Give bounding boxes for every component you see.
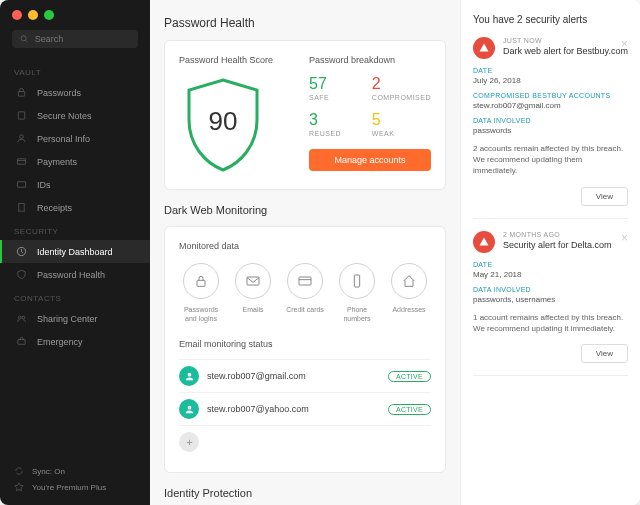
avatar — [179, 366, 199, 386]
search-input[interactable] — [35, 34, 130, 44]
sidebar-item-label: Emergency — [37, 337, 83, 347]
alert-card: × 2 MONTHS AGO Security alert for Delta.… — [473, 231, 628, 376]
alert-time: JUST NOW — [503, 37, 628, 44]
sidebar-item-label: Payments — [37, 157, 77, 167]
reused-count: 3REUSED — [309, 111, 360, 137]
alert-field-label: DATA INVOLVED — [473, 286, 628, 293]
close-icon[interactable]: × — [621, 231, 628, 245]
svg-point-9 — [18, 316, 21, 319]
search-icon — [20, 34, 29, 44]
sidebar: VAULT Passwords Secure Notes Personal In… — [0, 0, 150, 505]
score-value: 90 — [209, 106, 238, 137]
email-status-label: Email monitoring status — [179, 339, 431, 349]
card-icon — [297, 273, 313, 289]
alert-icon — [473, 37, 495, 59]
alert-accounts: stew.rob007@gmail.com — [473, 101, 628, 110]
svg-rect-14 — [299, 277, 311, 285]
breakdown-label: Password breakdown — [309, 55, 431, 65]
sidebar-item-identity-dashboard[interactable]: Identity Dashboard — [0, 240, 150, 263]
sidebar-item-personal-info[interactable]: Personal Info — [0, 127, 150, 150]
shield-icon: 90 — [179, 75, 267, 175]
svg-rect-13 — [247, 277, 259, 285]
svg-point-10 — [22, 316, 25, 319]
monitored-passwords[interactable]: Passwords and logins — [179, 263, 223, 323]
alert-icon — [473, 231, 495, 253]
section-security: SECURITY — [0, 219, 150, 240]
svg-point-0 — [21, 36, 26, 41]
sidebar-item-label: IDs — [37, 180, 51, 190]
monitored-label: Monitored data — [179, 241, 431, 251]
view-button[interactable]: View — [581, 187, 628, 206]
alerts-header: You have 2 security alerts — [473, 14, 628, 25]
sidebar-item-label: Passwords — [37, 88, 81, 98]
alert-data: passwords, usernames — [473, 295, 628, 304]
safe-count: 57SAFE — [309, 75, 360, 101]
sidebar-item-sharing-center[interactable]: Sharing Center — [0, 307, 150, 330]
sidebar-item-ids[interactable]: IDs — [0, 173, 150, 196]
weak-count: 5WEAK — [372, 111, 431, 137]
alert-title: Dark web alert for Bestbuy.com — [503, 46, 628, 58]
window-minimize[interactable] — [28, 10, 38, 20]
svg-point-18 — [187, 406, 191, 410]
status-badge: ACTIVE — [388, 371, 431, 382]
darkweb-title: Dark Web Monitoring — [164, 204, 446, 216]
alert-field-label: DATE — [473, 67, 628, 74]
search-container[interactable] — [12, 30, 138, 48]
svg-rect-2 — [18, 92, 24, 97]
home-icon — [401, 273, 417, 289]
alert-field-label: COMPROMISED BESTBUY ACCOUNTS — [473, 92, 628, 99]
svg-line-1 — [25, 40, 27, 42]
sidebar-item-label: Receipts — [37, 203, 72, 213]
sidebar-item-label: Identity Dashboard — [37, 247, 113, 257]
add-email-row[interactable] — [179, 425, 431, 458]
alert-date: July 26, 2018 — [473, 76, 628, 85]
sidebar-item-passwords[interactable]: Passwords — [0, 81, 150, 104]
svg-rect-5 — [17, 159, 25, 165]
page-title: Password Health — [164, 16, 446, 30]
view-button[interactable]: View — [581, 344, 628, 363]
svg-rect-16 — [354, 275, 359, 287]
sidebar-item-payments[interactable]: Payments — [0, 150, 150, 173]
svg-point-17 — [187, 373, 191, 377]
envelope-icon — [245, 273, 261, 289]
sidebar-item-label: Password Health — [37, 270, 105, 280]
sidebar-item-label: Secure Notes — [37, 111, 92, 121]
sidebar-item-label: Sharing Center — [37, 314, 98, 324]
sync-status[interactable]: Sync: On — [14, 463, 136, 479]
alerts-panel: You have 2 security alerts × JUST NOW Da… — [460, 0, 640, 505]
monitored-credit-cards[interactable]: Credit cards — [283, 263, 327, 323]
section-contacts: CONTACTS — [0, 286, 150, 307]
email-address: stew.rob007@gmail.com — [207, 371, 380, 381]
score-label: Password Health Score — [179, 55, 289, 65]
close-icon[interactable]: × — [621, 37, 628, 51]
window-close[interactable] — [12, 10, 22, 20]
alert-description: 1 account remains affected by this breac… — [473, 312, 628, 334]
monitored-addresses[interactable]: Addresses — [387, 263, 431, 323]
sidebar-item-receipts[interactable]: Receipts — [0, 196, 150, 219]
phone-icon — [349, 273, 365, 289]
plan-status[interactable]: You're Premium Plus — [14, 479, 136, 495]
monitored-phone[interactable]: Phone numbers — [335, 263, 379, 323]
compromised-count: 2COMPROMISED — [372, 75, 431, 101]
monitored-emails[interactable]: Emails — [231, 263, 275, 323]
sidebar-item-label: Personal Info — [37, 134, 90, 144]
svg-rect-12 — [197, 280, 205, 286]
add-icon — [179, 432, 199, 452]
identity-title: Identity Protection — [164, 487, 446, 499]
alert-card: × JUST NOW Dark web alert for Bestbuy.co… — [473, 37, 628, 219]
email-row: stew.rob007@yahoo.com ACTIVE — [179, 392, 431, 425]
sidebar-item-secure-notes[interactable]: Secure Notes — [0, 104, 150, 127]
alert-field-label: DATA INVOLVED — [473, 117, 628, 124]
main-content: Password Health Password Health Score 90… — [150, 0, 460, 505]
alert-field-label: DATE — [473, 261, 628, 268]
window-zoom[interactable] — [44, 10, 54, 20]
sidebar-item-emergency[interactable]: Emergency — [0, 330, 150, 353]
sidebar-footer: Sync: On You're Premium Plus — [0, 453, 150, 505]
svg-rect-3 — [18, 112, 24, 119]
password-health-card: Password Health Score 90 Password breakd… — [164, 40, 446, 190]
alert-date: May 21, 2018 — [473, 270, 628, 279]
email-row: stew.rob007@gmail.com ACTIVE — [179, 359, 431, 392]
sidebar-item-password-health[interactable]: Password Health — [0, 263, 150, 286]
manage-accounts-button[interactable]: Manage accounts — [309, 149, 431, 171]
svg-point-4 — [20, 135, 24, 139]
